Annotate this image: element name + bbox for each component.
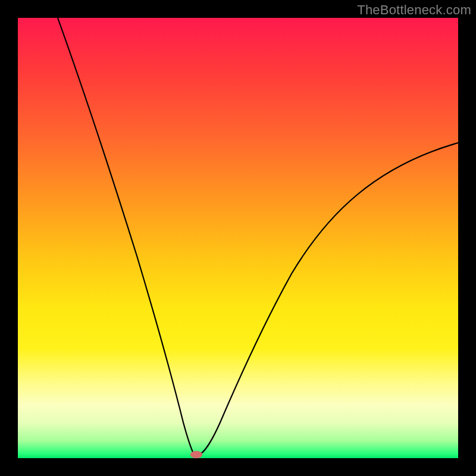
watermark-text: TheBottleneck.com <box>357 2 471 18</box>
chart-frame: TheBottleneck.com <box>0 0 476 476</box>
minimum-marker <box>190 451 202 458</box>
chart-svg <box>18 18 458 458</box>
chart-plot-area <box>18 18 458 458</box>
bottleneck-curve <box>58 18 458 456</box>
